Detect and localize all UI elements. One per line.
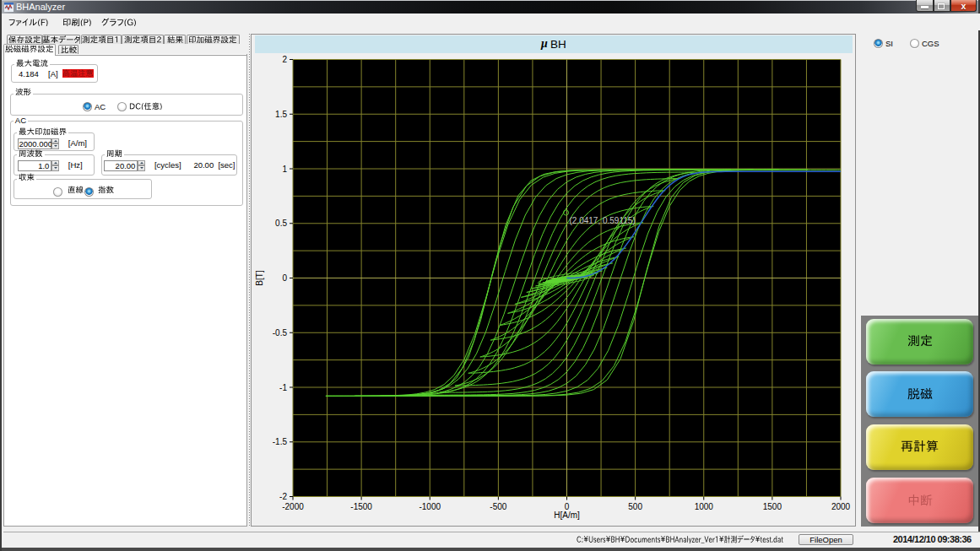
- svg-text:1: 1: [282, 165, 287, 174]
- svg-text:-1000: -1000: [419, 502, 441, 511]
- svg-text:0.5: 0.5: [275, 219, 287, 228]
- svg-text:-0.5: -0.5: [273, 328, 288, 338]
- svg-text:1000: 1000: [695, 502, 714, 511]
- svg-text:(2.0417, 0.59115): (2.0417, 0.59115): [570, 216, 636, 225]
- svg-text:H[A/m]: H[A/m]: [554, 510, 580, 520]
- svg-text:2: 2: [282, 55, 287, 64]
- svg-text:-1500: -1500: [350, 502, 372, 511]
- svg-text:B[T]: B[T]: [255, 270, 264, 286]
- svg-text:-2000: -2000: [282, 502, 304, 511]
- svg-text:0: 0: [282, 273, 287, 283]
- svg-text:1500: 1500: [763, 502, 782, 511]
- svg-text:-1: -1: [279, 383, 287, 392]
- svg-text:500: 500: [628, 502, 642, 511]
- svg-text:-2: -2: [279, 492, 287, 501]
- svg-text:-1.5: -1.5: [273, 437, 288, 446]
- svg-text:-500: -500: [490, 502, 506, 511]
- svg-text:1.5: 1.5: [275, 110, 287, 119]
- svg-text:2000: 2000: [831, 502, 851, 511]
